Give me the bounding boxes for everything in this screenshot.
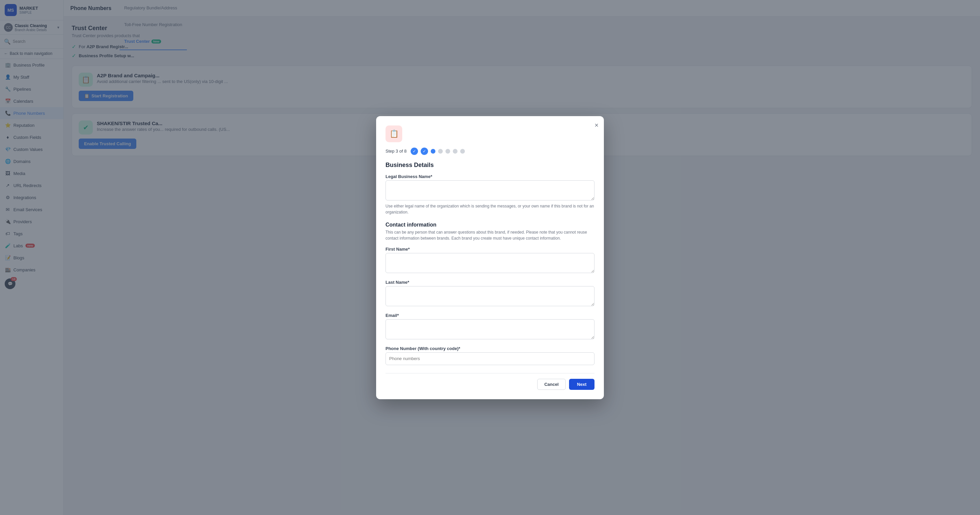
legal-name-hint: Use either legal name of the organizatio… — [385, 203, 595, 215]
step-1: ✓ — [410, 147, 418, 155]
last-name-label: Last Name* — [385, 280, 595, 285]
contact-desc: This can be any person that can answer q… — [385, 229, 595, 241]
last-name-group: Last Name* — [385, 280, 595, 307]
step-2: ✓ — [421, 147, 428, 155]
step-3 — [431, 149, 435, 154]
legal-name-label: Legal Business Name* — [385, 174, 595, 179]
modal-section-title: Business Details — [385, 162, 595, 169]
phone-group: Phone Number (With country code)* — [385, 346, 595, 365]
step-6 — [453, 149, 458, 154]
phone-label: Phone Number (With country code)* — [385, 346, 595, 351]
last-name-input[interactable] — [385, 286, 595, 306]
step-5 — [445, 149, 450, 154]
first-name-label: First Name* — [385, 247, 595, 252]
cancel-button[interactable]: Cancel — [537, 379, 566, 390]
email-label: Email* — [385, 313, 595, 318]
email-group: Email* — [385, 313, 595, 341]
next-button[interactable]: Next — [569, 379, 595, 390]
legal-name-group: Legal Business Name* Use either legal na… — [385, 174, 595, 215]
modal-icon: 📋 — [385, 125, 402, 142]
step-4 — [438, 149, 443, 154]
modal-close-button[interactable]: × — [595, 122, 598, 129]
phone-input[interactable] — [385, 352, 595, 365]
business-details-modal: × 📋 Step 3 of 8 ✓ ✓ Business Details Leg… — [376, 116, 604, 399]
legal-name-input[interactable] — [385, 181, 595, 200]
first-name-group: First Name* — [385, 247, 595, 274]
first-name-input[interactable] — [385, 253, 595, 273]
modal-footer: Cancel Next — [385, 373, 595, 390]
step-7 — [460, 149, 465, 154]
step-indicator: Step 3 of 8 ✓ ✓ — [385, 147, 595, 155]
contact-section: Contact information This can be any pers… — [385, 222, 595, 241]
email-input[interactable] — [385, 319, 595, 339]
modal-overlay: × 📋 Step 3 of 8 ✓ ✓ Business Details Leg… — [0, 0, 980, 515]
arrow-annotation — [376, 284, 379, 310]
step-label: Step 3 of 8 — [385, 149, 407, 154]
contact-title: Contact information — [385, 222, 595, 228]
